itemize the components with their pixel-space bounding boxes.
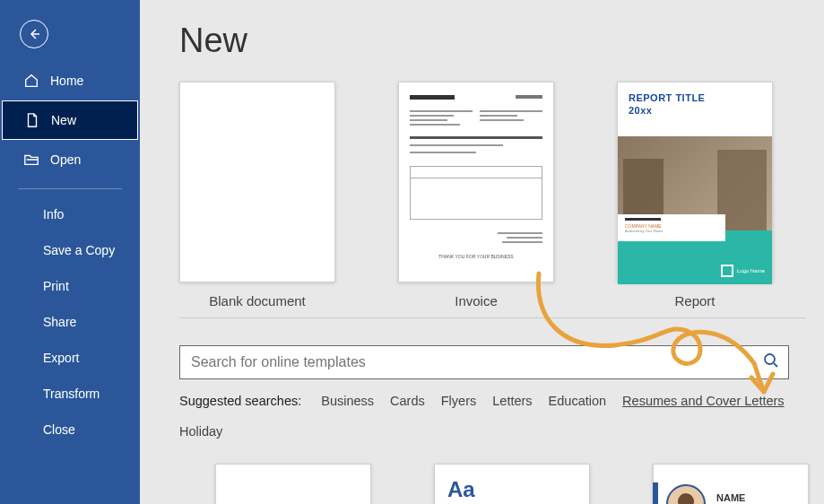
template-thumbnail [179,82,335,282]
suggested-holiday[interactable]: Holiday [179,424,222,439]
template-label: Invoice [455,293,498,308]
suggested-business[interactable]: Business [321,394,374,408]
template-report[interactable]: REPORT TITLE 20xx COMPANY NAMEAuthored b… [617,82,773,308]
nav-divider [18,188,122,189]
template-label: Blank document [209,293,306,308]
nav-label: Home [50,74,83,88]
search-container [179,345,789,379]
template-label: Report [674,293,715,308]
nav-label: New [51,113,76,127]
nav-home[interactable]: Home [0,61,140,100]
home-icon [23,73,39,89]
suggested-searches: Suggested searches: Business Cards Flyer… [179,394,824,439]
avatar-icon [666,484,706,504]
template-thumbnail[interactable]: NAME HERE [653,464,809,504]
nav-export[interactable]: Export [0,340,140,376]
arrow-left-icon [27,27,41,41]
search-icon[interactable] [762,352,780,373]
back-button[interactable] [20,20,48,48]
nav-open[interactable]: Open [0,140,140,179]
suggested-flyers[interactable]: Flyers [441,394,476,408]
templates-row-2: Aa NAME HERE [215,464,824,504]
suggested-resumes-cover-letters[interactable]: Resumes and Cover Letters [622,394,785,408]
template-invoice[interactable]: THANK YOU FOR YOUR BUSINESS Invoice [398,82,554,308]
suggested-label: Suggested searches: [179,394,301,408]
main-panel: New Blank document THANK YO [140,0,824,504]
nav-label: Open [50,152,81,167]
template-thumbnail: REPORT TITLE 20xx COMPANY NAMEAuthored b… [617,82,773,282]
backstage-sidebar: Home New Open Info Save a Copy Print Sha… [0,0,140,504]
template-blank-document[interactable]: Blank document [179,82,335,308]
suggested-cards[interactable]: Cards [390,394,425,408]
template-thumbnail: THANK YOU FOR YOUR BUSINESS [398,82,554,282]
nav-new[interactable]: New [2,100,138,140]
svg-point-0 [765,354,775,364]
suggested-education[interactable]: Education [549,394,607,408]
search-input[interactable] [179,345,789,379]
folder-open-icon [23,152,39,168]
nav-close[interactable]: Close [0,412,140,448]
aa-sample-text: Aa [447,477,475,501]
featured-templates-row: Blank document THANK YOU FOR YOUR BUSINE… [179,82,806,318]
template-thumbnail[interactable]: Aa [434,464,590,504]
nav-transform[interactable]: Transform [0,376,140,412]
page-title: New [179,22,824,60]
document-icon [24,112,40,128]
nav-info[interactable]: Info [0,196,140,232]
template-thumbnail[interactable] [215,464,371,504]
nav-share[interactable]: Share [0,304,140,340]
nav-print[interactable]: Print [0,268,140,304]
nav-save-copy[interactable]: Save a Copy [0,232,140,268]
suggested-letters[interactable]: Letters [492,394,532,408]
